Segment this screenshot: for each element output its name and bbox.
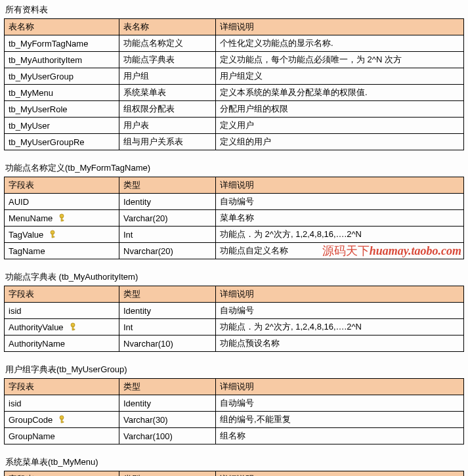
table-row: tb_MyAuthorityItem功能点字典表定义功能点，每个功能点必须唯一，… — [5, 52, 464, 68]
schema-table: 字段表类型详细说明AUIDIdentity自动编号MenuNameVarchar… — [4, 177, 464, 259]
field-name-cell: AuthorityName — [5, 335, 119, 352]
field-desc-cell: 定义本系统的菜单及分配菜单的权限值. — [216, 85, 464, 101]
field-type-cell: Varchar(20) — [119, 210, 216, 227]
field-desc-cell: 功能点．为 2^次方, 1,2,4,8,16,….2^N — [216, 319, 464, 335]
table-row: tb_MyMenu系统菜单表定义本系统的菜单及分配菜单的权限值. — [5, 85, 464, 101]
field-type-cell: 用户组 — [119, 68, 216, 85]
table-header: 详细说明 — [216, 19, 464, 35]
field-desc-cell: 自动编号 — [216, 395, 464, 412]
field-type-cell: Identity — [119, 303, 216, 319]
field-name-cell: GroupName — [5, 428, 119, 444]
key-icon — [49, 230, 56, 239]
table-header: 表名称 — [119, 19, 216, 35]
table-row: TagValueInt功能点．为 2^次方, 1,2,4,8,16,….2^N — [5, 227, 464, 243]
field-type-cell: 系统菜单表 — [119, 85, 216, 101]
table-row: GroupCodeVarchar(30)组的编号,不能重复 — [5, 412, 464, 428]
table-header: 类型 — [119, 471, 216, 477]
section-title: 功能点名称定义(tb_MyFormTagName) — [4, 162, 464, 174]
svg-rect-11 — [62, 422, 64, 423]
table-row: isidIdentity自动编号 — [5, 303, 464, 319]
svg-rect-10 — [61, 419, 62, 423]
table-row: tb_MyUserGroupRe组与用户关系表定义组的用户 — [5, 134, 464, 150]
field-name-cell: MenuName — [5, 210, 119, 227]
table-row: tb_MyUserGroup用户组用户组定义 — [5, 68, 464, 85]
table-row: AUIDIdentity自动编号 — [5, 194, 464, 210]
svg-rect-7 — [72, 326, 74, 330]
field-type-cell: Identity — [119, 395, 216, 412]
field-type-cell: Int — [119, 319, 216, 335]
table-row: MenuNameVarchar(20)菜单名称 — [5, 210, 464, 227]
field-type-cell: 功能点字典表 — [119, 52, 216, 68]
table-header: 类型 — [119, 286, 216, 303]
table-header: 详细说明 — [216, 379, 464, 395]
table-header: 详细说明 — [216, 471, 464, 477]
table-row: tb_MyFormTagName功能点名称定义个性化定义功能点的显示名称. — [5, 35, 464, 52]
section: 用户组字典表(tb_MyUserGroup)字段表类型详细说明isidIdent… — [4, 364, 464, 444]
field-desc-cell: 定义用户 — [216, 118, 464, 134]
field-desc-cell: 功能点．为 2^次方, 1,2,4,8,16,….2^N — [216, 227, 464, 243]
section-title: 用户组字典表(tb_MyUserGroup) — [4, 364, 464, 376]
field-name-cell: tb_MyAuthorityItem — [5, 52, 119, 68]
field-desc-cell: 自动编号 — [216, 194, 464, 210]
field-type-cell: Nvarchar(10) — [119, 335, 216, 352]
field-name-cell: TagName — [5, 243, 119, 259]
field-name-cell: tb_MyUserGroup — [5, 68, 119, 85]
field-name-cell: GroupCode — [5, 412, 119, 428]
section: 所有资料表表名称表名称详细说明tb_MyFormTagName功能点名称定义个性… — [4, 4, 464, 150]
field-name-cell: tb_MyUser — [5, 118, 119, 134]
section-title: 功能点字典表 (tb_MyAuthorityItem) — [4, 271, 464, 283]
section: 功能点字典表 (tb_MyAuthorityItem)字段表类型详细说明isid… — [4, 271, 464, 352]
svg-rect-8 — [74, 329, 75, 330]
field-desc-cell: 组的编号,不能重复 — [216, 412, 464, 428]
section-title: 所有资料表 — [4, 4, 464, 16]
table-row: GroupNameVarchar(100)组名称 — [5, 428, 464, 444]
field-type-cell: Varchar(100) — [119, 428, 216, 444]
field-desc-cell: 菜单名称 — [216, 210, 464, 227]
field-name-cell: tb_MyUserRole — [5, 101, 119, 118]
field-type-cell: 组权限分配表 — [119, 101, 216, 118]
field-type-cell: Identity — [119, 194, 216, 210]
table-row: tb_MyUser用户表定义用户 — [5, 118, 464, 134]
field-desc-cell: 分配用户组的权限 — [216, 101, 464, 118]
section: 系统菜单表(tb_MyMenu)字段表类型详细说明isidIdentity自动编… — [4, 456, 464, 476]
field-name-cell: tb_MyFormTagName — [5, 35, 119, 52]
field-type-cell: Varchar(30) — [119, 412, 216, 428]
table-row: AuthorityNameNvarchar(10)功能点预设名称 — [5, 335, 464, 352]
table-row: tb_MyUserRole组权限分配表分配用户组的权限 — [5, 101, 464, 118]
key-icon — [58, 415, 66, 424]
section: 功能点名称定义(tb_MyFormTagName)字段表类型详细说明AUIDId… — [4, 162, 464, 259]
table-header: 类型 — [119, 379, 216, 395]
table-header: 字段表 — [5, 286, 119, 303]
svg-rect-5 — [53, 236, 54, 238]
schema-table: 表名称表名称详细说明tb_MyFormTagName功能点名称定义个性化定义功能… — [4, 18, 464, 150]
table-header: 类型 — [119, 177, 216, 194]
schema-table: 字段表类型详细说明isidIdentity自动编号GroupCodeVarcha… — [4, 378, 464, 444]
field-type-cell: Nvarchar(20) — [119, 243, 216, 259]
field-desc-cell: 个性化定义功能点的显示名称. — [216, 35, 464, 52]
section-title: 系统菜单表(tb_MyMenu) — [4, 456, 464, 468]
svg-rect-4 — [52, 234, 53, 238]
field-name-cell: tb_MyUserGroupRe — [5, 134, 119, 150]
table-header: 详细说明 — [216, 177, 464, 194]
field-name-cell: AuthorityValue — [5, 319, 119, 335]
key-icon — [69, 322, 77, 332]
table-row: isidIdentity自动编号 — [5, 395, 464, 412]
schema-table: 字段表类型详细说明isidIdentity自动编号AuthorityValueI… — [4, 286, 464, 352]
table-header: 字段表 — [5, 177, 119, 194]
field-type-cell: 用户表 — [119, 118, 216, 134]
schema-table: 字段表类型详细说明isidIdentity自动编号MenuNameVarchar… — [4, 471, 464, 476]
table-header: 字段表 — [5, 379, 119, 395]
table-row: TagNameNvarchar(20)功能点自定义名称 — [5, 243, 464, 259]
field-desc-cell: 功能点预设名称 — [216, 335, 464, 352]
svg-rect-2 — [62, 220, 64, 221]
field-desc-cell: 用户组定义 — [216, 68, 464, 85]
table-header: 详细说明 — [216, 286, 464, 303]
field-desc-cell: 定义功能点，每个功能点必须唯一，为 2^N 次方 — [216, 52, 464, 68]
field-name-cell: AUID — [5, 194, 119, 210]
field-name-cell: isid — [5, 303, 119, 319]
field-name-cell: tb_MyMenu — [5, 85, 119, 101]
field-type-cell: 功能点名称定义 — [119, 35, 216, 52]
table-header: 字段表 — [5, 471, 119, 477]
table-row: AuthorityValueInt功能点．为 2^次方, 1,2,4,8,16,… — [5, 319, 464, 335]
field-desc-cell: 组名称 — [216, 428, 464, 444]
